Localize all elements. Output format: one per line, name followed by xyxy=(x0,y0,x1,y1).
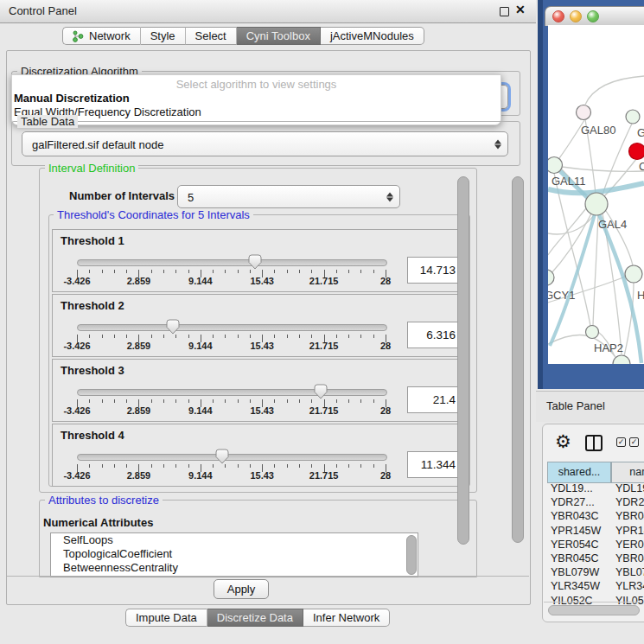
apply-button[interactable]: Apply xyxy=(214,579,269,599)
threshold-value-field[interactable]: 14.713 xyxy=(407,257,462,284)
slider-tick xyxy=(360,399,361,403)
node-label: C xyxy=(639,160,644,173)
checkbox-icon[interactable]: ✓ xyxy=(629,437,639,447)
slider-track[interactable] xyxy=(77,454,387,461)
outer-scrollbar-thumb[interactable] xyxy=(512,176,524,543)
dropdown-prompt: Select algorithm to view settings xyxy=(12,78,501,91)
horizontal-scrollbar-thumb[interactable] xyxy=(548,605,640,615)
table-row[interactable]: YBL079WYBL079W xyxy=(547,566,644,580)
network-node[interactable] xyxy=(626,110,640,124)
slider-tick-label: 15.43 xyxy=(250,276,274,286)
node-label: GAL80 xyxy=(581,124,615,137)
combo-stepper-icon xyxy=(386,192,393,201)
slider-tick xyxy=(373,399,374,403)
tab-label: Impute Data xyxy=(136,611,197,624)
slider-tick xyxy=(114,270,115,273)
tab-label: Cyni Toolbox xyxy=(246,29,310,42)
slider-tick-label: -3.426 xyxy=(63,341,90,351)
cell-shared-name: YLR345W xyxy=(551,580,600,592)
tab-jactivemnodules[interactable]: jActiveMNodules xyxy=(321,27,424,45)
network-canvas[interactable]: GAL80GALCGAL11GAL4GCY1HHAP2 xyxy=(548,25,644,364)
threshold-value-field[interactable]: 21.4 xyxy=(407,386,462,413)
network-node[interactable] xyxy=(585,193,608,215)
table-row[interactable]: YPR145WYPR145W xyxy=(547,525,644,539)
slider-tick xyxy=(188,464,189,468)
network-node[interactable] xyxy=(629,143,644,160)
network-node[interactable] xyxy=(548,157,563,174)
slider-track[interactable] xyxy=(77,324,387,331)
node-label: HAP2 xyxy=(594,341,623,354)
slider-tick xyxy=(287,270,288,273)
slider-tick xyxy=(250,464,251,468)
minimize-traffic-light[interactable] xyxy=(570,10,582,22)
network-node[interactable] xyxy=(577,105,591,120)
attribute-list-item[interactable]: BetweennessCentrality xyxy=(51,561,418,575)
zoom-traffic-light[interactable] xyxy=(587,10,599,22)
table-row[interactable]: YBR043CYBR043C xyxy=(547,510,644,524)
tab-select[interactable]: Select xyxy=(186,27,237,45)
close-icon[interactable]: ✕ xyxy=(515,3,526,16)
slider-tick-label: 21.715 xyxy=(309,276,339,286)
network-window-titlebar[interactable] xyxy=(545,6,644,26)
network-node[interactable] xyxy=(625,265,642,283)
threshold-row: Threshold 2-3.4262.8599.14415.4321.71528… xyxy=(52,294,461,357)
checkbox-icon[interactable]: ✓ xyxy=(616,437,626,447)
tab-style[interactable]: Style xyxy=(141,27,186,45)
slider-thumb[interactable] xyxy=(215,449,229,468)
gear-icon[interactable]: ⚙ xyxy=(555,431,571,452)
slider-thumb[interactable] xyxy=(248,254,262,273)
table-data-combo[interactable]: galFiltered.sif default node xyxy=(22,131,508,156)
float-window-icon[interactable] xyxy=(500,7,509,16)
network-edge xyxy=(593,214,598,326)
list-scrollbar-thumb[interactable] xyxy=(406,535,417,575)
number-of-intervals-combo[interactable]: 5 xyxy=(177,185,400,208)
threshold-row: Threshold 4-3.4262.8599.14415.4321.71528… xyxy=(52,424,461,487)
tab-discretize-data[interactable]: Discretize Data xyxy=(207,609,303,627)
tab-label: Infer Network xyxy=(313,611,379,624)
table-row[interactable]: YER054CYER054C xyxy=(547,539,644,552)
slider-tick xyxy=(311,270,312,273)
slider-tick xyxy=(238,335,239,338)
inner-scrollbar-thumb[interactable] xyxy=(457,176,469,545)
cell-name: YDL19 xyxy=(615,482,644,494)
numerical-attributes-list[interactable]: SelfLoopsTopologicalCoefficientBetweenne… xyxy=(50,532,418,577)
slider-tick xyxy=(126,335,127,338)
slider-tick xyxy=(299,270,300,273)
dropdown-option-manual[interactable]: Manual Discretization xyxy=(14,92,130,105)
threshold-label: Threshold 1 xyxy=(61,234,124,247)
attribute-list-item[interactable]: TopologicalCoefficient xyxy=(51,547,418,561)
slider-thumb[interactable] xyxy=(314,384,328,403)
slider-tick xyxy=(188,270,189,273)
threshold-value-field[interactable]: 6.316 xyxy=(407,322,462,348)
cell-shared-name: YPR145W xyxy=(551,525,601,537)
table-row[interactable]: YDR27...YDR27 xyxy=(547,496,644,510)
threshold-value-field[interactable]: 11.344 xyxy=(407,451,462,478)
network-edge xyxy=(548,208,586,255)
tab-network[interactable]: Network xyxy=(62,27,141,45)
attribute-list-item[interactable]: SelfLoops xyxy=(51,533,418,547)
control-panel: Control Panel ✕ NetworkStyleSelectCyni T… xyxy=(0,0,536,644)
thresholds-group-label: Threshold's Coordinates for 5 Intervals xyxy=(54,208,253,221)
slider-track[interactable] xyxy=(77,259,387,266)
table-row[interactable]: YDL19...YDL19 xyxy=(547,482,644,496)
tab-impute-data[interactable]: Impute Data xyxy=(125,609,207,627)
slider-tick xyxy=(225,335,226,338)
slider-tick-label: 21.715 xyxy=(309,405,339,416)
slider-tick xyxy=(360,335,361,338)
network-edge xyxy=(562,167,644,171)
column-header-2[interactable]: name xyxy=(611,462,644,483)
table-row[interactable]: YBR045CYBR045C xyxy=(547,552,644,566)
columns-icon[interactable] xyxy=(585,435,603,451)
slider-track[interactable] xyxy=(77,389,387,396)
network-node[interactable] xyxy=(586,326,599,339)
slider-thumb[interactable] xyxy=(166,319,180,338)
close-traffic-light[interactable] xyxy=(552,10,564,22)
tab-cyni-toolbox[interactable]: Cyni Toolbox xyxy=(237,27,321,45)
table-row[interactable]: YLR345WYLR345W xyxy=(547,580,644,594)
column-header-1[interactable]: shared... xyxy=(547,462,611,483)
slider-tick-label: 15.43 xyxy=(250,470,274,481)
tab-infer-network[interactable]: Infer Network xyxy=(303,609,390,627)
tab-label: jActiveMNodules xyxy=(330,29,414,42)
slider-tick-label: 9.144 xyxy=(188,341,213,351)
control-panel-titlebar: Control Panel ✕ xyxy=(0,0,536,23)
